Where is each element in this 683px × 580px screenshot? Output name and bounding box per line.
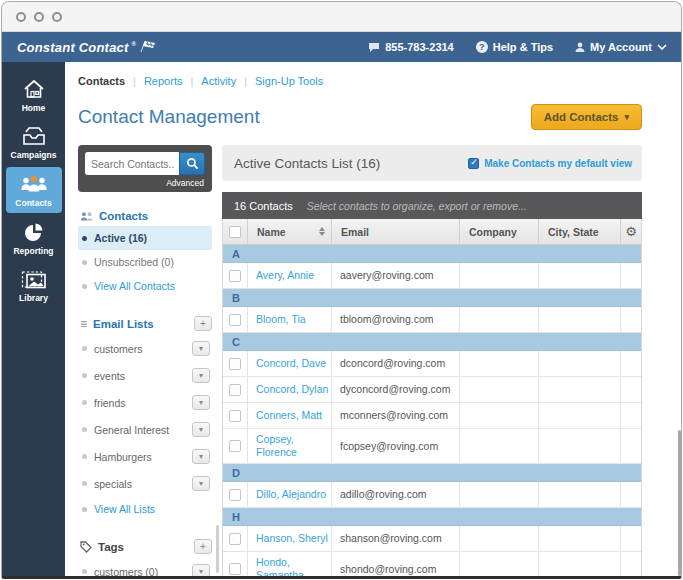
add-email-list-button[interactable]: + <box>194 316 212 331</box>
browser-window: Constant Contact® 855-783-2314 ? Help & … <box>1 1 682 579</box>
email-list-item[interactable]: events▾ <box>78 362 212 389</box>
library-icon <box>21 269 47 290</box>
contact-name-link[interactable]: Avery, Annie <box>256 269 314 282</box>
sidebar-item-library[interactable]: Library <box>6 263 62 308</box>
help-link[interactable]: ? Help & Tips <box>476 41 553 53</box>
contact-name-link[interactable]: Hondo, Samantha <box>256 556 331 579</box>
nav-tab-activity[interactable]: Activity <box>201 75 236 87</box>
row-checkbox[interactable] <box>229 270 241 282</box>
tag-item[interactable]: customers (0)▾ <box>78 558 212 579</box>
view-all-lists-link[interactable]: View All Lists <box>78 497 212 521</box>
window-control-dot[interactable] <box>16 12 26 22</box>
column-header-city-state[interactable]: City, State <box>539 219 621 244</box>
row-checkbox[interactable] <box>229 440 241 452</box>
tag-item-dropdown-button[interactable]: ▾ <box>192 564 210 579</box>
letter-group-row: A <box>223 245 641 263</box>
add-tag-button[interactable]: + <box>194 539 212 554</box>
nav-tab-reports[interactable]: Reports <box>144 75 183 87</box>
letter-group-row: B <box>223 289 641 307</box>
bullet-icon <box>82 373 87 378</box>
bullet-icon <box>82 260 87 265</box>
email-list-item-dropdown-button[interactable]: ▾ <box>192 422 210 437</box>
nav-tab-signup-tools[interactable]: Sign-Up Tools <box>255 75 323 87</box>
email-list-item-dropdown-button[interactable]: ▾ <box>192 449 210 464</box>
window-control-dot[interactable] <box>52 12 62 22</box>
row-checkbox[interactable] <box>229 533 241 545</box>
email-list-item[interactable]: specials▾ <box>78 470 212 497</box>
email-list-item-label: friends <box>94 397 185 409</box>
phone-link[interactable]: 855-783-2314 <box>368 41 454 53</box>
row-checkbox[interactable] <box>229 563 241 575</box>
row-checkbox[interactable] <box>229 489 241 501</box>
email-list-item[interactable]: General Interest▾ <box>78 416 212 443</box>
contacts-side-panel: Advanced Contacts Active (16) <box>78 145 212 579</box>
row-checkbox[interactable] <box>229 384 241 396</box>
filter-label: View All Contacts <box>94 280 175 292</box>
sidebar-item-reporting[interactable]: Reporting <box>6 215 62 261</box>
column-header-company[interactable]: Company <box>460 219 539 244</box>
contact-row: Copsey, Florencefcopsey@roving.com <box>223 429 641 464</box>
advanced-search-link[interactable]: Advanced <box>85 175 205 189</box>
chevron-down-icon <box>657 44 667 50</box>
email-cell: shanson@roving.com <box>332 526 460 551</box>
sidebar-item-contacts[interactable]: Contacts <box>6 167 62 213</box>
contact-name-link[interactable]: Copsey, Florence <box>256 433 331 459</box>
default-view-toggle[interactable]: Make Contacts my default view <box>468 158 632 169</box>
contact-row: Hondo, Samanthashondo@roving.com <box>223 552 641 579</box>
nav-tab-contacts[interactable]: Contacts <box>78 75 125 87</box>
sidebar-item-home[interactable]: Home <box>6 72 62 118</box>
caret-down-icon: ▾ <box>624 112 629 122</box>
sort-icon[interactable] <box>319 227 325 236</box>
contact-name-link[interactable]: Hanson, Sheryl <box>256 532 328 545</box>
email-list-item[interactable]: customers▾ <box>78 335 212 362</box>
email-list-item[interactable]: Hamburgers▾ <box>78 443 212 470</box>
selection-hint: Select contacts to organize, export or r… <box>307 200 527 212</box>
email-list-item-dropdown-button[interactable]: ▾ <box>192 368 210 383</box>
search-button[interactable] <box>179 152 205 175</box>
select-all-checkbox[interactable] <box>229 226 241 238</box>
search-input[interactable] <box>85 152 179 175</box>
email-lists-heading: ≡ Email Lists + <box>80 316 212 331</box>
contact-name-link[interactable]: Concord, Dave <box>256 357 326 370</box>
section-nav: Contacts | Reports | Activity | Sign-Up … <box>65 62 681 87</box>
checked-checkbox-icon[interactable] <box>468 158 479 169</box>
contact-name-link[interactable]: Conners, Matt <box>256 409 322 422</box>
contact-name-link[interactable]: Concord, Dylan <box>256 383 328 396</box>
contact-name-link[interactable]: Bloom, Tia <box>256 313 306 326</box>
window-scrollbar[interactable] <box>678 430 681 576</box>
name-cell: Dillo, Alejandro <box>248 482 332 507</box>
account-menu[interactable]: My Account <box>575 41 667 53</box>
window-control-dot[interactable] <box>34 12 44 22</box>
tag-icon <box>80 541 92 553</box>
row-checkbox[interactable] <box>229 410 241 422</box>
brand-logo[interactable]: Constant Contact® <box>17 40 157 55</box>
search-module: Advanced <box>78 145 212 192</box>
column-header-name[interactable]: Name <box>248 219 332 244</box>
gear-spacer-cell <box>621 263 641 288</box>
company-cell <box>460 552 539 579</box>
contacts-group-icon <box>80 211 93 222</box>
add-contacts-button[interactable]: Add Contacts ▾ <box>531 104 642 130</box>
filter-unsubscribed-contacts[interactable]: Unsubscribed (0) <box>78 250 212 274</box>
email-list-item-dropdown-button[interactable]: ▾ <box>192 341 210 356</box>
contacts-table: Name Email Company City, State <box>222 219 642 579</box>
email-list-item[interactable]: friends▾ <box>78 389 212 416</box>
sidebar-item-campaigns[interactable]: Campaigns <box>6 120 62 165</box>
gear-icon[interactable]: ⚙ <box>625 224 637 239</box>
name-cell: Copsey, Florence <box>248 429 332 463</box>
row-checkbox[interactable] <box>229 314 241 326</box>
contact-row: Hanson, Sherylshanson@roving.com <box>223 526 641 552</box>
view-all-contacts-link[interactable]: View All Contacts <box>78 274 212 298</box>
email-list-item-dropdown-button[interactable]: ▾ <box>192 476 210 491</box>
filter-active-contacts[interactable]: Active (16) <box>78 226 212 250</box>
contacts-count: 16 Contacts <box>234 200 293 212</box>
contact-name-link[interactable]: Dillo, Alejandro <box>256 488 326 501</box>
column-header-email[interactable]: Email <box>332 219 460 244</box>
row-checkbox[interactable] <box>229 358 241 370</box>
contacts-heading-label: Contacts <box>99 210 148 222</box>
column-label: Email <box>341 226 369 238</box>
letter-group-row: C <box>223 333 641 351</box>
window-titlebar <box>2 2 681 32</box>
email-list-item-dropdown-button[interactable]: ▾ <box>192 395 210 410</box>
panel-scrollbar[interactable] <box>216 525 219 573</box>
